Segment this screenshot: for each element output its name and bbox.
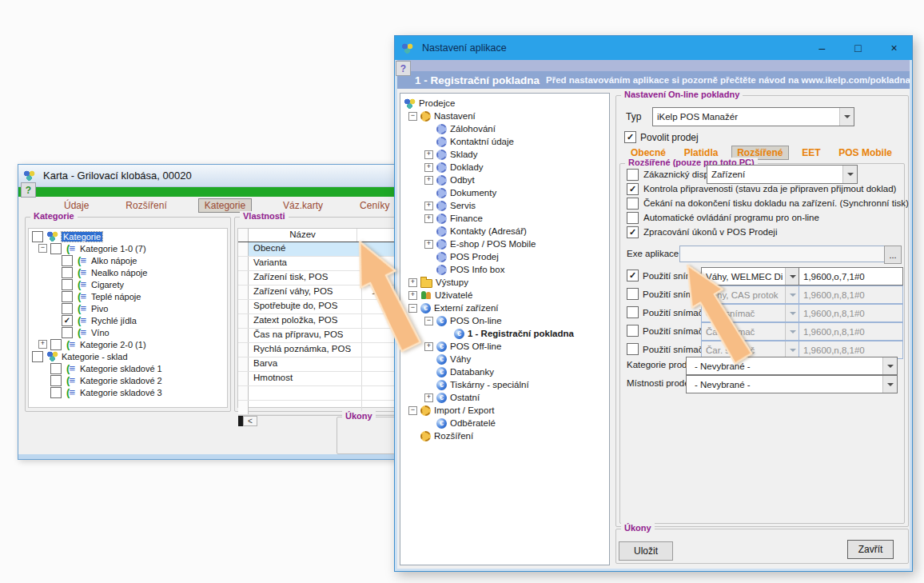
close-icon[interactable]: × xyxy=(876,36,912,60)
property-name-cell[interactable] xyxy=(249,386,362,400)
save-button[interactable]: Uložit xyxy=(619,541,673,561)
category-checkbox[interactable] xyxy=(50,387,62,398)
nav-tree-item[interactable]: POS Info box xyxy=(400,263,609,276)
category-checkbox[interactable] xyxy=(50,339,62,350)
tree-item[interactable]: Kategorie skladové 3 xyxy=(29,386,227,398)
tree-item[interactable]: Pivo xyxy=(29,302,227,314)
nav-tree-item[interactable]: − Nastavení xyxy=(400,110,609,122)
nav-tree-item[interactable]: Kontaktní údaje xyxy=(400,135,609,148)
nav-tree-item[interactable]: + POS Off-line xyxy=(400,340,609,353)
typ-select[interactable]: iKelp POS Manažér xyxy=(652,107,854,126)
scanner-checkbox[interactable] xyxy=(627,306,639,318)
table-row[interactable] xyxy=(238,401,412,415)
help-button[interactable]: ? xyxy=(396,61,411,76)
category-checkbox[interactable] xyxy=(62,327,73,338)
browse-button[interactable]: ... xyxy=(884,246,902,264)
scanner-checkbox[interactable]: ✓ xyxy=(627,270,639,282)
nav-tree-item[interactable]: Rozšíření xyxy=(400,429,609,442)
close-button[interactable]: Zavřít xyxy=(847,540,894,559)
tree-item[interactable]: + Kategorie 2-0 (1) xyxy=(29,338,227,350)
nav-tree-item[interactable]: + Sklady xyxy=(400,148,609,161)
settings-tab[interactable]: POS Mobile xyxy=(834,146,897,159)
tree-item[interactable]: Víno xyxy=(29,326,227,338)
category-checkbox[interactable]: ✓ xyxy=(62,315,73,326)
tree-item[interactable]: Kategorie skladové 2 xyxy=(29,374,227,386)
option-checkbox[interactable]: ✓ xyxy=(627,226,639,238)
card-tab[interactable]: Rozšíření xyxy=(120,199,172,212)
tree-item[interactable]: Nealko nápoje xyxy=(29,266,227,278)
tree-item[interactable]: Alko nápoje xyxy=(29,254,227,266)
expander-toggle[interactable]: − xyxy=(38,244,47,253)
expander-toggle[interactable]: + xyxy=(424,202,433,210)
tree-item[interactable]: − Kategorie 1-0 (7) xyxy=(29,242,227,254)
property-name-cell[interactable]: Barva xyxy=(249,357,362,371)
option-checkbox[interactable] xyxy=(627,212,639,224)
tree-item[interactable]: Cigarety xyxy=(29,278,227,290)
property-name-cell[interactable]: Zařízení váhy, POS xyxy=(249,286,362,299)
property-name-cell[interactable]: Rychlá poznámka, POS xyxy=(249,343,362,357)
tree-item[interactable]: Kategorie skladové 1 xyxy=(29,362,227,374)
category-checkbox[interactable] xyxy=(62,303,73,314)
tree-item[interactable]: Kategorie xyxy=(29,230,227,242)
nav-tree-item[interactable]: Váhy xyxy=(400,353,609,365)
category-checkbox[interactable] xyxy=(50,243,62,254)
table-row[interactable] xyxy=(238,386,412,401)
expander-toggle[interactable]: + xyxy=(38,340,47,349)
card-tab[interactable]: Váz.karty xyxy=(277,199,329,212)
nav-tree-item[interactable]: Databanky xyxy=(400,365,609,378)
category-checkbox[interactable] xyxy=(50,375,62,386)
option-checkbox[interactable] xyxy=(627,198,639,210)
scroll-left-button[interactable]: < xyxy=(243,416,257,426)
tree-item[interactable]: Teplé nápoje xyxy=(29,290,227,302)
nav-tree-item[interactable]: + Servis xyxy=(400,199,609,212)
expander-toggle[interactable]: + xyxy=(424,342,433,351)
tree-item[interactable]: Kategorie - sklad xyxy=(29,350,227,362)
nav-tree-item[interactable]: + Doklady xyxy=(400,161,609,174)
card-window-titlebar[interactable]: Karta - Grilovací klobása, 00020 xyxy=(18,165,434,187)
povolit-prodej-checkbox[interactable]: ✓ xyxy=(624,131,636,143)
nav-tree-item[interactable]: − POS On-line xyxy=(400,314,609,327)
scanner-params-input[interactable]: 1,9600,o,7,1#0 xyxy=(799,267,903,286)
nav-tree-item[interactable]: Kontakty (Adresář) xyxy=(400,225,609,238)
mistnosti-prodej-select[interactable]: - Nevybrané - xyxy=(686,375,898,393)
expander-toggle[interactable]: + xyxy=(408,278,417,287)
expander-toggle[interactable]: + xyxy=(424,163,433,172)
expander-toggle[interactable]: + xyxy=(424,240,433,249)
category-checkbox[interactable] xyxy=(50,363,62,374)
nav-tree-item[interactable]: POS Prodej xyxy=(400,250,609,263)
expander-toggle[interactable]: + xyxy=(424,393,433,402)
card-tab[interactable]: Údaje xyxy=(58,199,94,212)
maximize-button[interactable]: □ xyxy=(840,36,876,60)
category-checkbox[interactable] xyxy=(62,267,73,278)
property-name-cell[interactable]: Zařízení tisk, POS xyxy=(249,271,362,285)
nav-tree-item[interactable]: − Import / Export xyxy=(400,404,609,417)
scanner-params-input[interactable]: 1,9600,n,8,1#0 xyxy=(799,286,903,304)
nav-tree-item[interactable]: + Finance xyxy=(400,212,609,225)
nav-tree-item[interactable]: + E-shop / POS Mobile xyxy=(400,238,609,250)
category-checkbox[interactable] xyxy=(32,351,43,362)
table-row[interactable]: Barva xyxy=(238,357,412,372)
expander-toggle[interactable]: − xyxy=(408,406,417,415)
nav-tree-item[interactable]: + Ostatní xyxy=(400,391,609,404)
help-button[interactable]: ? xyxy=(21,182,36,198)
nav-tree-item[interactable]: Prodejce xyxy=(400,97,609,110)
zakaznicky-display-select[interactable]: Zařízení xyxy=(707,165,858,184)
expander-toggle[interactable]: + xyxy=(424,214,433,223)
settings-tab[interactable]: EET xyxy=(797,146,825,159)
category-checkbox[interactable] xyxy=(62,255,73,266)
expander-toggle[interactable]: + xyxy=(424,176,433,185)
card-tab[interactable]: Ceníky xyxy=(354,199,395,212)
scanner-checkbox[interactable] xyxy=(627,325,639,337)
category-checkbox[interactable] xyxy=(62,291,73,302)
option-checkbox[interactable]: ✓ xyxy=(627,183,639,195)
scanner-checkbox[interactable] xyxy=(627,288,639,300)
table-row[interactable]: Hmotnost xyxy=(238,372,412,386)
settings-window-titlebar[interactable]: Nastavení aplikace – □ × xyxy=(395,36,912,60)
nav-tree-item[interactable]: + Uživatelé xyxy=(400,289,609,301)
property-name-cell[interactable]: Spotřebujte do, POS xyxy=(249,300,362,313)
nav-tree-item[interactable]: Zálohování xyxy=(400,122,609,135)
nav-tree-item[interactable]: − Externí zařízení xyxy=(400,301,609,314)
expander-toggle[interactable]: + xyxy=(424,150,433,159)
expander-toggle[interactable]: − xyxy=(408,112,417,121)
property-name-cell[interactable]: Zatext položka, POS xyxy=(249,314,362,328)
